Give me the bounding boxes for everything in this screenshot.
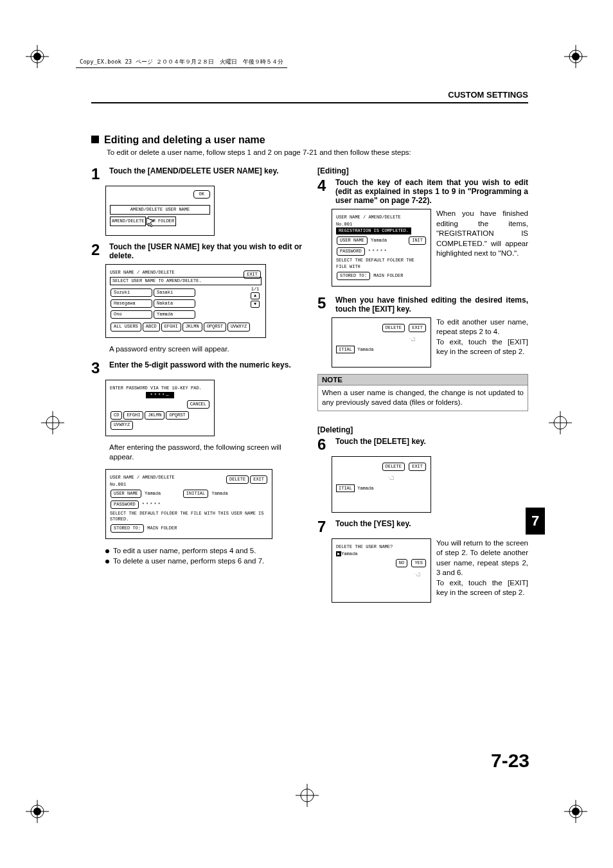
- section-header: CUSTOM SETTINGS: [91, 90, 528, 103]
- down-arrow-button[interactable]: ▼: [251, 301, 260, 308]
- step-6: 6 Touch the [DELETE] key.: [317, 437, 528, 452]
- crop-mark-br: [564, 800, 587, 823]
- delete-button[interactable]: DELETE: [226, 475, 249, 484]
- figure-step-5: DELETE EXIT ☜ ITIAL Yamada: [332, 317, 431, 368]
- password-key[interactable]: PASSWORD: [111, 500, 139, 509]
- crosshair-right: [549, 411, 572, 434]
- step-1: 1 Touch the [AMEND/DELETE USER NAME] key…: [91, 166, 302, 182]
- figure-step-4: USER NAME / AMEND/DELETE No.001 REGISTRA…: [332, 209, 431, 287]
- chapter-tab: 7: [526, 508, 545, 535]
- intro-text: To edit or delete a user name, follow st…: [107, 148, 528, 156]
- page-number: 7-23: [491, 750, 529, 772]
- stored-to-key[interactable]: STORED TO:: [111, 524, 144, 533]
- user-sasaki[interactable]: Sasaki: [154, 288, 195, 297]
- figure-step-3b: USER NAME / AMEND/DELETEEXITDELETE No.00…: [105, 469, 272, 540]
- step-3-after: After entering the password, the followi…: [109, 443, 302, 463]
- crosshair-left: [41, 411, 64, 434]
- user-nakata[interactable]: Nakata: [154, 299, 195, 308]
- tab-opqrst[interactable]: OPQRST: [204, 323, 226, 331]
- exit-button[interactable]: EXIT: [409, 324, 426, 332]
- exit-button[interactable]: EXIT: [409, 463, 426, 471]
- crop-mark-tr: [564, 45, 587, 68]
- figure-step-7: DELETE THE USER NAME? ▶Yamada NO YES ☜: [332, 538, 431, 603]
- tab-abcd[interactable]: ABCD: [143, 323, 160, 331]
- hand-pointer-icon: ☜: [336, 473, 427, 484]
- user-suzuki[interactable]: Suzuki: [111, 288, 152, 297]
- step-5-text: To edit another user name, repeat steps …: [436, 317, 528, 368]
- tab-all-users[interactable]: ALL USERS: [111, 323, 141, 331]
- hand-pointer-icon: ☜: [336, 569, 427, 581]
- deleting-subhead: [Deleting]: [317, 425, 528, 434]
- step-2-after: A password entry screen will appear.: [109, 344, 302, 355]
- step-7-text: You will return to the screen of step 2.…: [436, 538, 528, 603]
- amend-delete-user-name-key[interactable]: AMEND/DELETE USER NAME: [110, 205, 210, 215]
- step-3: 3 Enter the 5-digit password with the nu…: [91, 360, 302, 376]
- initial-key[interactable]: INIT: [409, 236, 426, 245]
- pointer-icon: [145, 216, 157, 229]
- password-mask: ****—: [146, 392, 173, 398]
- hand-pointer-icon: ☜: [336, 334, 427, 346]
- cancel-button[interactable]: CANCEL: [187, 400, 209, 409]
- tab-jklmn[interactable]: JKLMN: [182, 323, 202, 331]
- figure-step-1: OK AMEND/DELETE USER NAME AMEND/DELETE O…: [105, 186, 215, 236]
- step-4: 4 Touch the key of each item that you wi…: [317, 178, 528, 205]
- up-arrow-button[interactable]: ▲: [251, 292, 260, 299]
- crop-mark-bl: [26, 800, 49, 823]
- user-ono[interactable]: Ono: [111, 310, 152, 319]
- bullet-delete: To delete a user name, perform steps 6 a…: [105, 556, 302, 566]
- user-hasegawa[interactable]: Hasegawa: [111, 299, 152, 308]
- figure-step-2: USER NAME / AMEND/DELETEEXIT SELECT USER…: [105, 264, 266, 338]
- figure-step-3a: ENTER PASSWORD VIA THE 10-KEY PAD. ****—…: [105, 380, 215, 436]
- amend-delete-key[interactable]: AMEND/DELETE: [110, 217, 146, 226]
- exit-button[interactable]: EXIT: [250, 475, 267, 484]
- user-name-key[interactable]: USER NAME: [337, 236, 368, 245]
- registration-completed-banner: REGISTRATION IS COMPLETED.: [336, 227, 411, 235]
- step-2: 2 Touch the [USER NAME] key that you wis…: [91, 242, 302, 260]
- no-button[interactable]: NO: [396, 559, 407, 567]
- step-5: 5 When you have finished editing the des…: [317, 296, 528, 314]
- exit-button[interactable]: EXIT: [244, 270, 261, 279]
- note-box: NOTE When a user name is changed, the ch…: [317, 374, 528, 411]
- step-7: 7 Touch the [YES] key.: [317, 519, 528, 535]
- yes-button[interactable]: YES: [411, 559, 426, 567]
- delete-button[interactable]: DELETE: [382, 324, 405, 332]
- crop-mark-tl: [26, 45, 49, 68]
- ok-button[interactable]: OK: [193, 190, 210, 199]
- figure-step-6: DELETE EXIT ☜ ITIAL Yamada: [332, 456, 431, 513]
- tab-efghi[interactable]: EFGHI: [161, 323, 181, 331]
- initial-key[interactable]: INITIAL: [183, 490, 208, 498]
- print-header-tag: Copy_EX.book 23 ページ ２００４年９月２８日 火曜日 午後９時５…: [76, 57, 287, 68]
- editing-subhead: [Editing]: [317, 166, 528, 175]
- user-yamada[interactable]: Yamada: [154, 310, 195, 319]
- user-name-key[interactable]: USER NAME: [111, 490, 141, 498]
- crosshair-bottom: [296, 784, 319, 807]
- page-heading: Editing and deleting a user name: [91, 134, 528, 146]
- stored-to-key[interactable]: STORED TO:: [337, 272, 370, 280]
- tab-uvwxyz[interactable]: UVWXYZ: [227, 323, 250, 331]
- password-key[interactable]: PASSWORD: [337, 247, 365, 256]
- step-4-text: When you have finished editing the items…: [436, 209, 528, 287]
- delete-button[interactable]: DELETE: [382, 463, 405, 471]
- bullet-edit: To edit a user name, perform steps 4 and…: [105, 545, 302, 556]
